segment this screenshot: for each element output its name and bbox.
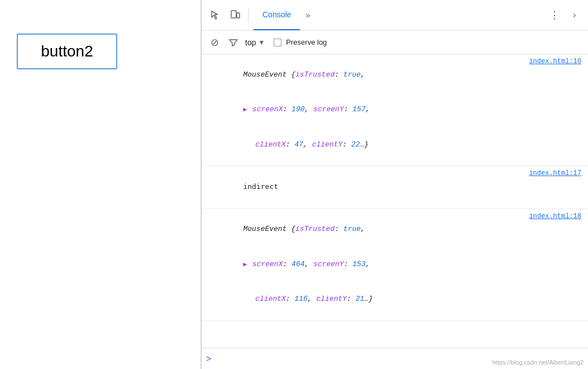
- entry-2-source[interactable]: index.html:17: [529, 169, 581, 177]
- preserve-log-area: Preserve log: [274, 38, 327, 46]
- button2[interactable]: button2: [17, 34, 117, 69]
- entry-3-line-3: clientX: 116, clientY: 21…}: [208, 282, 581, 316]
- device-icon[interactable]: [226, 6, 244, 24]
- entry-3-line-2: ▶ screenX: 464, screenY: 153,: [208, 247, 581, 282]
- console-toolbar: ⊘ top ▼ Preserve log: [202, 31, 588, 54]
- more-tabs-button[interactable]: »: [302, 11, 313, 20]
- entry-1-line-3: clientX: 47, clientY: 22…}: [208, 127, 581, 162]
- console-entry-1: index.html:10 MouseEvent {isTrusted: tru…: [202, 54, 588, 166]
- console-output: index.html:10 MouseEvent {isTrusted: tru…: [202, 54, 588, 348]
- svg-rect-1: [237, 13, 240, 18]
- watermark: https://blog.csdn.net/AlbertLiang2: [493, 359, 584, 366]
- clear-console-button[interactable]: ⊘: [207, 35, 222, 50]
- dropdown-arrow-icon: ▼: [258, 39, 265, 46]
- entry-1-source[interactable]: index.html:10: [529, 58, 581, 65]
- console-entry-3: index.html:18 MouseEvent {isTrusted: tru…: [202, 209, 588, 321]
- console-entry-2: index.html:17 indirect: [202, 166, 588, 209]
- inspect-icon[interactable]: [206, 6, 224, 24]
- entry-2-line-1: indirect: [208, 169, 581, 205]
- expand-icon-2[interactable]: ▶: [243, 260, 247, 270]
- close-devtools-button[interactable]: ›: [566, 6, 584, 24]
- tab-console[interactable]: Console: [254, 0, 300, 30]
- entry-1-line-1: MouseEvent {isTrusted: true,: [208, 58, 581, 92]
- expand-icon[interactable]: ▶: [243, 105, 247, 115]
- filter-button[interactable]: [226, 35, 241, 50]
- svg-rect-0: [231, 11, 236, 18]
- context-dropdown[interactable]: top ▼: [245, 38, 265, 47]
- page-area: button2: [0, 0, 201, 369]
- console-input-area: > https://blog.csdn.net/AlbertLiang2: [202, 348, 588, 369]
- devtools-panel: Console » ⋮ › ⊘ top ▼ Preserve log: [201, 0, 588, 369]
- entry-1-line-2: ▶ screenX: 190, screenY: 157,: [208, 92, 581, 127]
- entry-3-source[interactable]: index.html:18: [529, 212, 581, 220]
- devtools-toolbar: Console » ⋮ ›: [202, 0, 588, 31]
- preserve-log-label: Preserve log: [286, 38, 327, 46]
- preserve-log-checkbox[interactable]: [274, 39, 281, 46]
- more-options-button[interactable]: ⋮: [546, 6, 563, 24]
- prompt-icon: >: [206, 354, 211, 364]
- entry-3-line-1: MouseEvent {isTrusted: true,: [208, 212, 581, 247]
- toolbar-separator: [248, 7, 249, 23]
